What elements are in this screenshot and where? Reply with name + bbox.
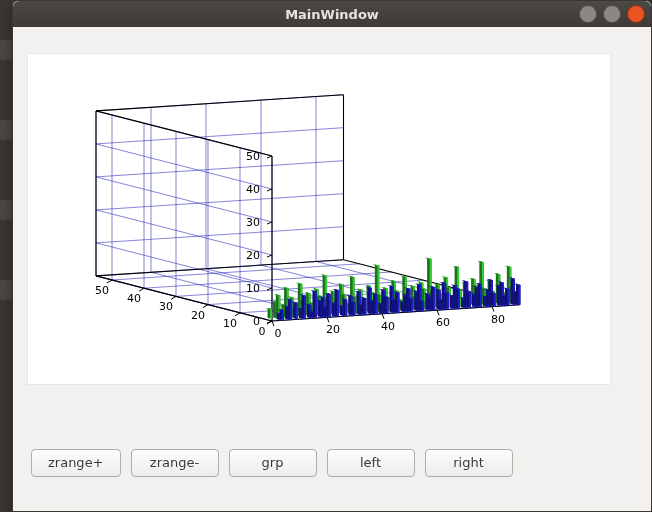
svg-line-67 bbox=[267, 288, 272, 290]
svg-line-15 bbox=[96, 128, 344, 144]
svg-marker-338 bbox=[296, 303, 298, 320]
window-client-area: 0204060800102030405001020304050 zrange+ … bbox=[13, 27, 651, 511]
launcher-icon bbox=[0, 120, 12, 140]
svg-line-63 bbox=[107, 280, 112, 283]
svg-line-75 bbox=[267, 156, 272, 158]
svg-text:20: 20 bbox=[246, 249, 260, 262]
svg-text:30: 30 bbox=[159, 300, 173, 313]
svg-line-57 bbox=[203, 305, 208, 308]
svg-line-71 bbox=[267, 222, 272, 224]
svg-marker-78 bbox=[270, 309, 272, 319]
svg-text:0: 0 bbox=[253, 315, 260, 328]
svg-text:50: 50 bbox=[95, 284, 109, 297]
zrange-minus-button[interactable]: zrange- bbox=[131, 449, 219, 477]
svg-text:40: 40 bbox=[246, 183, 260, 196]
svg-line-49 bbox=[437, 310, 439, 315]
svg-text:40: 40 bbox=[381, 320, 395, 333]
zrange-plus-button[interactable]: zrange+ bbox=[31, 449, 121, 477]
svg-line-12 bbox=[96, 227, 344, 243]
svg-line-61 bbox=[139, 288, 144, 291]
svg-marker-538 bbox=[480, 284, 482, 307]
svg-text:30: 30 bbox=[246, 216, 260, 229]
svg-marker-346 bbox=[304, 296, 306, 319]
svg-line-59 bbox=[171, 296, 176, 299]
svg-text:80: 80 bbox=[491, 313, 505, 326]
svg-line-37 bbox=[96, 260, 344, 276]
maximize-icon[interactable] bbox=[603, 5, 621, 23]
right-button[interactable]: right bbox=[425, 449, 513, 477]
svg-marker-502 bbox=[447, 293, 449, 310]
svg-marker-446 bbox=[398, 293, 400, 313]
svg-marker-374 bbox=[329, 294, 331, 317]
svg-line-14 bbox=[96, 161, 344, 177]
svg-line-43 bbox=[272, 321, 274, 326]
svg-line-47 bbox=[382, 314, 384, 319]
svg-marker-410 bbox=[365, 298, 367, 315]
svg-text:10: 10 bbox=[246, 282, 260, 295]
svg-marker-358 bbox=[315, 292, 317, 319]
svg-marker-462 bbox=[411, 299, 413, 312]
svg-marker-570 bbox=[508, 289, 510, 306]
svg-marker-334 bbox=[290, 300, 292, 320]
left-button[interactable]: left bbox=[327, 449, 415, 477]
svg-text:0: 0 bbox=[275, 327, 282, 340]
svg-text:60: 60 bbox=[436, 316, 450, 329]
svg-marker-514 bbox=[458, 289, 460, 309]
svg-text:20: 20 bbox=[191, 309, 205, 322]
svg-text:20: 20 bbox=[326, 323, 340, 336]
svg-marker-474 bbox=[422, 301, 424, 311]
chart-3d-bar: 0204060800102030405001020304050 bbox=[27, 53, 611, 385]
svg-text:50: 50 bbox=[246, 150, 260, 163]
svg-line-55 bbox=[235, 313, 240, 316]
svg-marker-554 bbox=[494, 293, 496, 306]
button-row: zrange+ zrange- grp left right bbox=[31, 449, 513, 477]
svg-line-45 bbox=[327, 317, 329, 322]
svg-line-42 bbox=[96, 95, 344, 111]
window-title: MainWindow bbox=[13, 7, 651, 22]
svg-line-73 bbox=[267, 189, 272, 191]
svg-marker-582 bbox=[519, 285, 521, 305]
launcher-icon bbox=[0, 40, 12, 60]
svg-marker-434 bbox=[387, 297, 389, 314]
minimize-icon[interactable] bbox=[579, 5, 597, 23]
titlebar[interactable]: MainWindow bbox=[13, 1, 651, 27]
desktop-root: MainWindow 02040608001020304050010203040… bbox=[0, 0, 652, 512]
svg-line-69 bbox=[267, 255, 272, 257]
svg-line-13 bbox=[96, 194, 344, 210]
svg-marker-326 bbox=[282, 310, 284, 320]
window-controls bbox=[579, 5, 645, 23]
grp-button[interactable]: grp bbox=[229, 449, 317, 477]
main-window: MainWindow 02040608001020304050010203040… bbox=[12, 0, 652, 512]
svg-text:40: 40 bbox=[127, 292, 141, 305]
svg-marker-382 bbox=[337, 290, 339, 317]
svg-line-51 bbox=[492, 307, 494, 312]
launcher-icon bbox=[0, 200, 12, 220]
svg-marker-486 bbox=[433, 287, 435, 310]
svg-marker-422 bbox=[376, 294, 378, 314]
svg-marker-398 bbox=[354, 302, 356, 315]
svg-marker-390 bbox=[345, 300, 347, 317]
launcher-icon bbox=[0, 280, 12, 300]
close-icon[interactable] bbox=[627, 5, 645, 23]
svg-text:10: 10 bbox=[223, 317, 237, 330]
svg-marker-526 bbox=[469, 291, 471, 308]
